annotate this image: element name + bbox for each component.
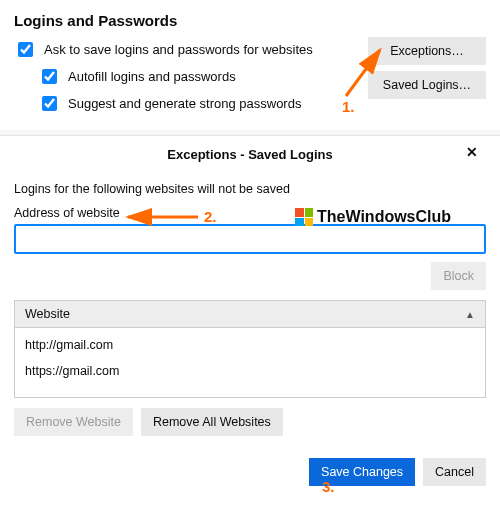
dialog-description: Logins for the following websites will n… [14, 182, 486, 196]
address-field-label: Address of website [14, 206, 486, 220]
suggest-checkbox[interactable] [42, 96, 57, 111]
autofill-checkbox[interactable] [42, 69, 57, 84]
ask-save-label: Ask to save logins and passwords for web… [44, 42, 313, 57]
sort-asc-icon: ▲ [465, 309, 475, 320]
saved-logins-button[interactable]: Saved Logins… [368, 71, 486, 99]
close-icon[interactable]: ✕ [462, 142, 482, 162]
cancel-button[interactable]: Cancel [423, 458, 486, 486]
remove-all-websites-button[interactable]: Remove All Websites [141, 408, 283, 436]
ask-save-checkbox-row: Ask to save logins and passwords for web… [14, 39, 368, 60]
list-item[interactable]: http://gmail.com [15, 332, 485, 358]
ask-save-checkbox[interactable] [18, 42, 33, 57]
address-input[interactable] [14, 224, 486, 254]
autofill-label: Autofill logins and passwords [68, 69, 236, 84]
list-item[interactable]: https://gmail.com [15, 358, 485, 384]
save-changes-button[interactable]: Save Changes [309, 458, 415, 486]
logins-passwords-section: Logins and Passwords Ask to save logins … [0, 0, 500, 130]
exceptions-dialog: Exceptions - Saved Logins ✕ Logins for t… [0, 136, 500, 500]
autofill-checkbox-row: Autofill logins and passwords [38, 66, 368, 87]
dialog-titlebar: Exceptions - Saved Logins ✕ [14, 136, 486, 168]
column-label: Website [25, 307, 70, 321]
block-button[interactable]: Block [431, 262, 486, 290]
exceptions-button[interactable]: Exceptions… [368, 37, 486, 65]
remove-website-button[interactable]: Remove Website [14, 408, 133, 436]
suggest-label: Suggest and generate strong passwords [68, 96, 301, 111]
website-list: http://gmail.com https://gmail.com [14, 328, 486, 398]
section-heading: Logins and Passwords [14, 12, 486, 29]
suggest-checkbox-row: Suggest and generate strong passwords [38, 93, 368, 114]
website-column-header[interactable]: Website ▲ [14, 300, 486, 328]
dialog-title: Exceptions - Saved Logins [167, 147, 332, 162]
